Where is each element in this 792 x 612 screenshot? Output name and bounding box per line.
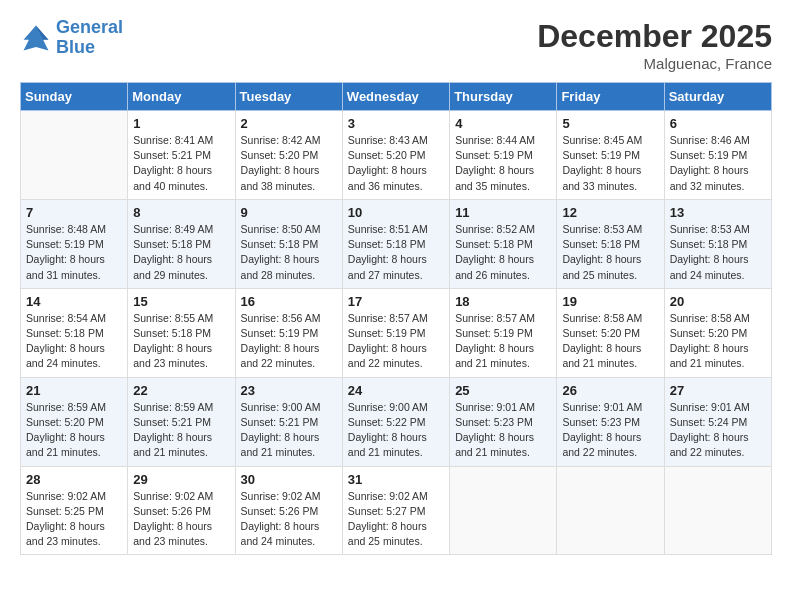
day-info: Sunrise: 9:00 AM Sunset: 5:22 PM Dayligh… [348,400,444,461]
day-number: 15 [133,294,229,309]
day-number: 2 [241,116,337,131]
calendar-day: 22Sunrise: 8:59 AM Sunset: 5:21 PM Dayli… [128,377,235,466]
calendar-day: 16Sunrise: 8:56 AM Sunset: 5:19 PM Dayli… [235,288,342,377]
day-number: 7 [26,205,122,220]
header-row: Sunday Monday Tuesday Wednesday Thursday… [21,83,772,111]
calendar-day: 30Sunrise: 9:02 AM Sunset: 5:26 PM Dayli… [235,466,342,555]
calendar-day: 25Sunrise: 9:01 AM Sunset: 5:23 PM Dayli… [450,377,557,466]
day-info: Sunrise: 8:48 AM Sunset: 5:19 PM Dayligh… [26,222,122,283]
day-info: Sunrise: 8:49 AM Sunset: 5:18 PM Dayligh… [133,222,229,283]
month-title: December 2025 [537,18,772,55]
col-monday: Monday [128,83,235,111]
day-number: 4 [455,116,551,131]
day-info: Sunrise: 9:02 AM Sunset: 5:27 PM Dayligh… [348,489,444,550]
day-info: Sunrise: 8:54 AM Sunset: 5:18 PM Dayligh… [26,311,122,372]
logo-text: General Blue [56,18,123,58]
logo-line1: General [56,17,123,37]
day-number: 18 [455,294,551,309]
calendar-week-2: 7Sunrise: 8:48 AM Sunset: 5:19 PM Daylig… [21,199,772,288]
day-info: Sunrise: 8:59 AM Sunset: 5:21 PM Dayligh… [133,400,229,461]
calendar-table: Sunday Monday Tuesday Wednesday Thursday… [20,82,772,555]
day-number: 8 [133,205,229,220]
calendar-day: 20Sunrise: 8:58 AM Sunset: 5:20 PM Dayli… [664,288,771,377]
page-container: General Blue December 2025 Malguenac, Fr… [0,0,792,612]
day-number: 29 [133,472,229,487]
day-info: Sunrise: 8:58 AM Sunset: 5:20 PM Dayligh… [562,311,658,372]
day-info: Sunrise: 8:53 AM Sunset: 5:18 PM Dayligh… [670,222,766,283]
day-number: 21 [26,383,122,398]
calendar-week-5: 28Sunrise: 9:02 AM Sunset: 5:25 PM Dayli… [21,466,772,555]
calendar-day: 13Sunrise: 8:53 AM Sunset: 5:18 PM Dayli… [664,199,771,288]
calendar-day: 14Sunrise: 8:54 AM Sunset: 5:18 PM Dayli… [21,288,128,377]
day-number: 24 [348,383,444,398]
day-info: Sunrise: 8:56 AM Sunset: 5:19 PM Dayligh… [241,311,337,372]
col-sunday: Sunday [21,83,128,111]
calendar-day [664,466,771,555]
calendar-day: 2Sunrise: 8:42 AM Sunset: 5:20 PM Daylig… [235,111,342,200]
calendar-day: 8Sunrise: 8:49 AM Sunset: 5:18 PM Daylig… [128,199,235,288]
calendar-day: 10Sunrise: 8:51 AM Sunset: 5:18 PM Dayli… [342,199,449,288]
day-info: Sunrise: 8:59 AM Sunset: 5:20 PM Dayligh… [26,400,122,461]
day-info: Sunrise: 9:02 AM Sunset: 5:25 PM Dayligh… [26,489,122,550]
day-info: Sunrise: 9:00 AM Sunset: 5:21 PM Dayligh… [241,400,337,461]
calendar-day: 1Sunrise: 8:41 AM Sunset: 5:21 PM Daylig… [128,111,235,200]
day-number: 11 [455,205,551,220]
day-info: Sunrise: 8:46 AM Sunset: 5:19 PM Dayligh… [670,133,766,194]
day-info: Sunrise: 8:55 AM Sunset: 5:18 PM Dayligh… [133,311,229,372]
day-info: Sunrise: 8:42 AM Sunset: 5:20 PM Dayligh… [241,133,337,194]
day-number: 25 [455,383,551,398]
day-number: 22 [133,383,229,398]
calendar-week-3: 14Sunrise: 8:54 AM Sunset: 5:18 PM Dayli… [21,288,772,377]
calendar-day: 12Sunrise: 8:53 AM Sunset: 5:18 PM Dayli… [557,199,664,288]
calendar-day [21,111,128,200]
calendar-week-4: 21Sunrise: 8:59 AM Sunset: 5:20 PM Dayli… [21,377,772,466]
calendar-day: 23Sunrise: 9:00 AM Sunset: 5:21 PM Dayli… [235,377,342,466]
col-thursday: Thursday [450,83,557,111]
day-info: Sunrise: 8:57 AM Sunset: 5:19 PM Dayligh… [455,311,551,372]
calendar-day: 18Sunrise: 8:57 AM Sunset: 5:19 PM Dayli… [450,288,557,377]
day-number: 27 [670,383,766,398]
logo-line2: Blue [56,37,95,57]
day-number: 17 [348,294,444,309]
calendar-day: 5Sunrise: 8:45 AM Sunset: 5:19 PM Daylig… [557,111,664,200]
calendar-week-1: 1Sunrise: 8:41 AM Sunset: 5:21 PM Daylig… [21,111,772,200]
title-block: December 2025 Malguenac, France [537,18,772,72]
day-number: 10 [348,205,444,220]
day-info: Sunrise: 8:52 AM Sunset: 5:18 PM Dayligh… [455,222,551,283]
day-info: Sunrise: 8:58 AM Sunset: 5:20 PM Dayligh… [670,311,766,372]
day-number: 31 [348,472,444,487]
day-number: 13 [670,205,766,220]
calendar-day [557,466,664,555]
day-info: Sunrise: 8:44 AM Sunset: 5:19 PM Dayligh… [455,133,551,194]
day-info: Sunrise: 9:02 AM Sunset: 5:26 PM Dayligh… [241,489,337,550]
day-number: 14 [26,294,122,309]
day-info: Sunrise: 8:45 AM Sunset: 5:19 PM Dayligh… [562,133,658,194]
col-wednesday: Wednesday [342,83,449,111]
calendar-day [450,466,557,555]
day-number: 3 [348,116,444,131]
day-number: 26 [562,383,658,398]
day-info: Sunrise: 8:43 AM Sunset: 5:20 PM Dayligh… [348,133,444,194]
day-info: Sunrise: 9:01 AM Sunset: 5:23 PM Dayligh… [455,400,551,461]
day-info: Sunrise: 9:01 AM Sunset: 5:23 PM Dayligh… [562,400,658,461]
col-saturday: Saturday [664,83,771,111]
calendar-day: 24Sunrise: 9:00 AM Sunset: 5:22 PM Dayli… [342,377,449,466]
calendar-day: 21Sunrise: 8:59 AM Sunset: 5:20 PM Dayli… [21,377,128,466]
calendar-day: 29Sunrise: 9:02 AM Sunset: 5:26 PM Dayli… [128,466,235,555]
calendar-day: 11Sunrise: 8:52 AM Sunset: 5:18 PM Dayli… [450,199,557,288]
day-info: Sunrise: 8:41 AM Sunset: 5:21 PM Dayligh… [133,133,229,194]
day-info: Sunrise: 9:02 AM Sunset: 5:26 PM Dayligh… [133,489,229,550]
day-number: 9 [241,205,337,220]
day-number: 16 [241,294,337,309]
location: Malguenac, France [537,55,772,72]
day-number: 1 [133,116,229,131]
day-number: 30 [241,472,337,487]
day-number: 23 [241,383,337,398]
calendar-day: 9Sunrise: 8:50 AM Sunset: 5:18 PM Daylig… [235,199,342,288]
calendar-day: 31Sunrise: 9:02 AM Sunset: 5:27 PM Dayli… [342,466,449,555]
day-number: 19 [562,294,658,309]
day-number: 28 [26,472,122,487]
logo: General Blue [20,18,123,58]
day-number: 12 [562,205,658,220]
day-info: Sunrise: 8:51 AM Sunset: 5:18 PM Dayligh… [348,222,444,283]
